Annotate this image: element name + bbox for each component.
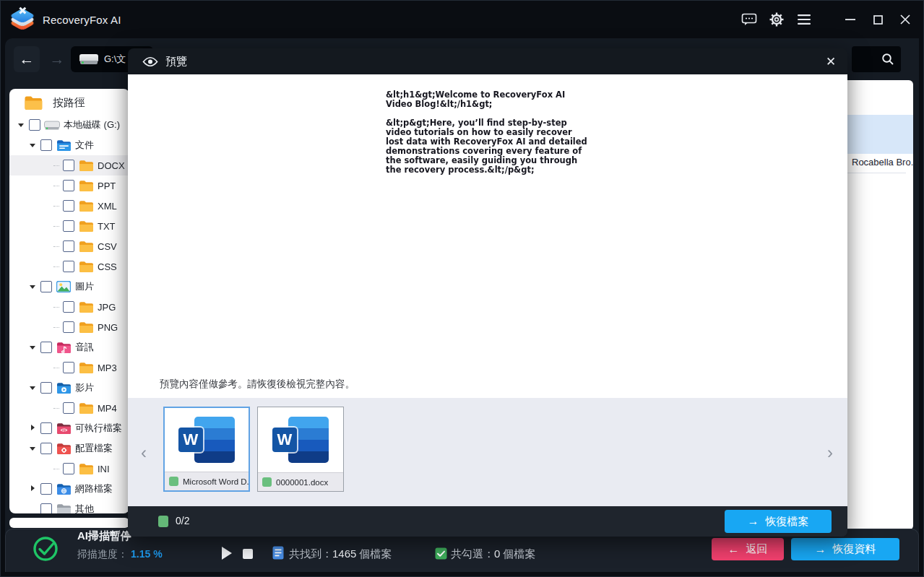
tree-checkbox-ini[interactable]: [63, 463, 74, 474]
tree-item-docx[interactable]: DOCX: [9, 155, 129, 175]
tree-item-label: 音訊: [75, 341, 94, 354]
close-icon[interactable]: [894, 9, 916, 30]
expander-open-icon[interactable]: [30, 344, 37, 351]
tree-guide-line: [53, 165, 59, 166]
tree-item-other[interactable]: 其他: [9, 499, 129, 513]
tree-checkbox-docx[interactable]: [63, 160, 74, 171]
tree-item-network[interactable]: 網路檔案: [9, 479, 129, 499]
search-icon: [881, 53, 894, 66]
tree-checkbox-mp3[interactable]: [63, 362, 74, 373]
expander-placeholder: [47, 202, 54, 209]
green-status-square: [158, 516, 168, 527]
folder-icon: [78, 260, 94, 273]
feedback-icon[interactable]: [738, 9, 760, 30]
tree-item-label: 其他: [75, 503, 94, 513]
tree-item-ini[interactable]: INI: [9, 459, 129, 479]
tree-item-mp4[interactable]: MP4: [9, 398, 129, 418]
tree-checkbox-audio[interactable]: [40, 342, 52, 353]
preview-paragraph: &lt;h1&gt;Welcome to RecoveryFox AI Vide…: [386, 90, 590, 109]
tree-item-documents[interactable]: 文件: [9, 135, 129, 155]
thumbnail-list: WMicrosoft Word D...W0000001.docx: [163, 407, 344, 492]
next-chevron-icon[interactable]: ›: [827, 443, 833, 463]
word-document-icon: W: [165, 408, 249, 472]
back-arrow-icon[interactable]: ←: [14, 46, 40, 72]
prev-chevron-icon[interactable]: ‹: [141, 443, 147, 463]
tree-item-ppt[interactable]: PPT: [9, 175, 129, 196]
thumbnail-2[interactable]: W0000001.docx: [257, 407, 344, 492]
tree-checkbox-xml[interactable]: [63, 200, 74, 212]
expander-open-icon[interactable]: [18, 121, 25, 129]
expander-placeholder: [47, 222, 54, 230]
forward-arrow-icon[interactable]: →: [44, 46, 70, 72]
tree-guide-line: [53, 326, 59, 328]
scan-status-check-icon: [32, 534, 61, 563]
tree-item-txt[interactable]: TXT: [9, 216, 129, 236]
tree-item-csv[interactable]: CSV: [9, 236, 129, 256]
tree-item-video[interactable]: 影片: [9, 378, 129, 398]
preview-dialog-footer: 0/2 →恢復檔案: [128, 506, 847, 537]
dialog-close-icon[interactable]: ✕: [821, 52, 840, 71]
tree-checkbox-video[interactable]: [40, 382, 52, 394]
folder-icon: [78, 321, 94, 334]
tree-item-audio[interactable]: 音訊: [9, 337, 129, 357]
tree-checkbox-documents[interactable]: [40, 139, 52, 151]
expander-open-icon[interactable]: [30, 142, 37, 149]
tree-item-css[interactable]: CSS: [9, 256, 129, 277]
image-icon: [56, 280, 72, 293]
expander-closed-icon[interactable]: [30, 425, 37, 432]
expander-open-icon[interactable]: [30, 384, 37, 391]
tree-item-label: XML: [98, 201, 117, 212]
found-count-text: 共找到：1465 個檔案: [289, 547, 392, 561]
selected-count-text: 共勾選：0 個檔案: [451, 547, 536, 561]
expander-placeholder: [47, 465, 54, 472]
settings-gear-icon[interactable]: [766, 9, 787, 30]
search-input[interactable]: [852, 46, 901, 72]
scan-progress-value: 1.15 %: [131, 548, 163, 560]
tree-item-label: 可執行檔案: [75, 422, 122, 435]
tree-item-jpg[interactable]: JPG: [9, 297, 129, 317]
folder-icon: [78, 402, 94, 415]
expander-open-icon[interactable]: [30, 445, 37, 452]
play-icon[interactable]: [222, 547, 236, 561]
tree-checkbox-csv[interactable]: [63, 240, 74, 252]
svg-text:</>: </>: [60, 428, 67, 433]
menu-icon[interactable]: [793, 9, 815, 30]
tree-item-xml[interactable]: XML: [9, 196, 129, 216]
green-status-square: [169, 477, 178, 486]
tree-checkbox-network[interactable]: [40, 483, 52, 495]
selection-counter: 0/2: [176, 515, 189, 526]
tree-checkbox-local-disk-g[interactable]: [29, 119, 40, 131]
tree-item-local-disk-g[interactable]: 本地磁碟 (G:): [9, 115, 129, 135]
tree-checkbox-mp4[interactable]: [63, 402, 74, 414]
recover-data-button[interactable]: →恢復資料: [791, 538, 899, 560]
tree-checkbox-executable[interactable]: [40, 422, 52, 434]
recover-files-button[interactable]: →恢復檔案: [725, 510, 832, 533]
tree-checkbox-css[interactable]: [63, 261, 74, 272]
back-button[interactable]: ←返回: [712, 538, 784, 560]
tree-checkbox-pictures[interactable]: [40, 281, 52, 292]
tree-checkbox-config[interactable]: [40, 443, 52, 454]
folder-docs-icon: [56, 139, 72, 152]
breadcrumb-path: G:\文: [104, 53, 126, 66]
tree-guide-line: [53, 205, 59, 207]
tree-item-pictures[interactable]: 圖片: [9, 277, 129, 297]
tree-item-mp3[interactable]: MP3: [9, 357, 129, 378]
tree-item-png[interactable]: PNG: [9, 317, 129, 337]
minimize-icon[interactable]: [839, 9, 861, 30]
thumbnail-label: 0000001.docx: [258, 472, 343, 491]
tree-checkbox-jpg[interactable]: [63, 301, 74, 313]
stop-icon[interactable]: [243, 549, 253, 559]
tree-checkbox-txt[interactable]: [63, 220, 74, 232]
folder-icon: [78, 220, 94, 233]
tree-item-executable[interactable]: </>可執行檔案: [9, 418, 129, 438]
folder-icon: [78, 361, 94, 374]
expander-closed-icon[interactable]: [30, 485, 37, 493]
tree-checkbox-png[interactable]: [63, 321, 74, 333]
maximize-icon[interactable]: [867, 9, 889, 30]
tree-item-config[interactable]: 配置檔案: [9, 438, 129, 459]
right-arrow-icon: →: [748, 515, 759, 528]
tree-checkbox-ppt[interactable]: [63, 180, 74, 191]
tree-checkbox-other[interactable]: [40, 503, 52, 513]
thumbnail-1[interactable]: WMicrosoft Word D...: [163, 407, 250, 492]
expander-open-icon[interactable]: [30, 283, 37, 290]
